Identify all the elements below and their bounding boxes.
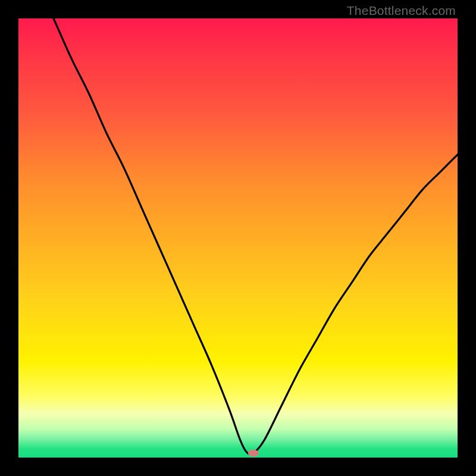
bottleneck-curve (54, 18, 458, 455)
attribution-text: TheBottleneck.com (347, 4, 456, 18)
chart-frame: TheBottleneck.com (0, 0, 476, 476)
curve-layer (18, 18, 458, 458)
optimum-marker (248, 450, 259, 457)
